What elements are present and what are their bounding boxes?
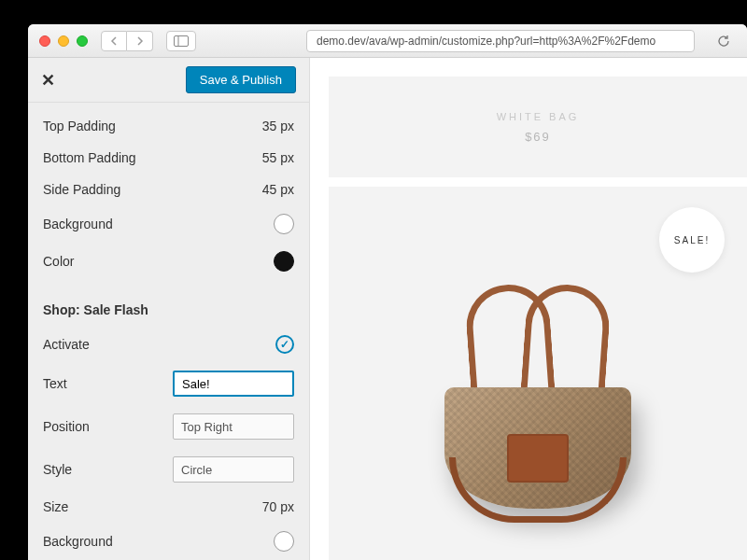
size-control: Size 70 px bbox=[43, 491, 294, 523]
customizer-sidebar: ✕ Save & Publish Top Padding 35 px Botto… bbox=[28, 58, 310, 560]
style-select[interactable]: Circle bbox=[173, 456, 294, 483]
style-control: Style Circle bbox=[43, 448, 294, 491]
position-control: Position Top Right bbox=[43, 405, 294, 448]
position-label: Position bbox=[43, 419, 90, 434]
flash-background-swatch[interactable] bbox=[274, 531, 294, 552]
maximize-window-button[interactable] bbox=[77, 35, 88, 47]
minimize-window-button[interactable] bbox=[58, 35, 69, 47]
url-text: demo.dev/ava/wp-admin/customize.php?url=… bbox=[317, 35, 655, 48]
activate-control: Activate ✓ bbox=[43, 327, 294, 362]
side-padding-label: Side Padding bbox=[43, 182, 120, 197]
controls-panel: Top Padding 35 px Bottom Padding 55 px S… bbox=[28, 103, 309, 560]
activate-label: Activate bbox=[43, 337, 90, 352]
svg-rect-0 bbox=[175, 35, 189, 46]
close-customizer-button[interactable]: ✕ bbox=[41, 70, 55, 91]
text-control: Text bbox=[43, 362, 294, 405]
product-card-top[interactable]: WHITE BAG $69 bbox=[329, 77, 747, 177]
color-control: Color bbox=[43, 243, 294, 280]
forward-button[interactable] bbox=[127, 31, 153, 51]
text-input[interactable] bbox=[173, 371, 294, 397]
background-label: Background bbox=[43, 217, 113, 231]
sidebar-header: ✕ Save & Publish bbox=[28, 58, 309, 103]
side-padding-control: Side Padding 45 px bbox=[43, 174, 294, 205]
close-window-button[interactable] bbox=[39, 35, 50, 47]
preview-pane: WHITE BAG $69 SALE! bbox=[310, 58, 747, 560]
flash-background-control: Background bbox=[43, 523, 294, 560]
color-swatch[interactable] bbox=[274, 251, 294, 272]
product-card-main[interactable]: SALE! bbox=[329, 187, 747, 560]
style-label: Style bbox=[43, 462, 72, 477]
top-padding-value[interactable]: 35 px bbox=[262, 119, 294, 133]
background-control: Background bbox=[43, 205, 294, 243]
side-padding-value[interactable]: 45 px bbox=[262, 182, 294, 197]
section-title-sale-flash: Shop: Sale Flash bbox=[43, 280, 294, 327]
bottom-padding-control: Bottom Padding 55 px bbox=[43, 142, 294, 174]
activate-checkbox[interactable]: ✓ bbox=[275, 335, 294, 354]
size-value[interactable]: 70 px bbox=[262, 499, 294, 514]
titlebar: demo.dev/ava/wp-admin/customize.php?url=… bbox=[28, 24, 747, 58]
nav-buttons bbox=[101, 31, 153, 51]
sale-badge: SALE! bbox=[659, 207, 725, 273]
url-bar[interactable]: demo.dev/ava/wp-admin/customize.php?url=… bbox=[306, 30, 695, 52]
size-label: Size bbox=[43, 499, 68, 514]
color-label: Color bbox=[43, 254, 74, 269]
bottom-padding-value[interactable]: 55 px bbox=[262, 150, 294, 165]
content-area: ✕ Save & Publish Top Padding 35 px Botto… bbox=[28, 58, 747, 560]
top-padding-label: Top Padding bbox=[43, 119, 116, 133]
product-top-price: $69 bbox=[525, 130, 551, 144]
top-padding-control: Top Padding 35 px bbox=[43, 110, 294, 142]
flash-background-label: Background bbox=[43, 534, 113, 549]
browser-window: demo.dev/ava/wp-admin/customize.php?url=… bbox=[28, 24, 747, 560]
text-label: Text bbox=[43, 376, 67, 391]
window-controls bbox=[39, 35, 88, 47]
product-image bbox=[440, 294, 636, 509]
background-swatch[interactable] bbox=[274, 214, 294, 234]
bottom-padding-label: Bottom Padding bbox=[43, 150, 136, 165]
product-top-title: WHITE BAG bbox=[497, 111, 580, 122]
reload-button[interactable] bbox=[712, 31, 736, 51]
back-button[interactable] bbox=[101, 31, 127, 51]
position-select[interactable]: Top Right bbox=[173, 413, 294, 440]
save-publish-button[interactable]: Save & Publish bbox=[186, 66, 296, 93]
sidebar-toggle-button[interactable] bbox=[166, 31, 196, 51]
